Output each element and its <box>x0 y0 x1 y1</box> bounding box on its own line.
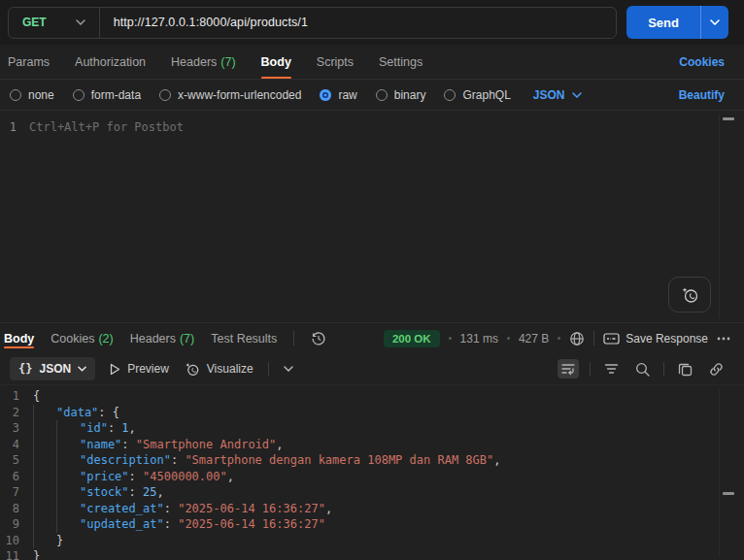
visualize-button[interactable]: Visualize <box>184 362 254 377</box>
beautify-button[interactable]: Beautify <box>679 88 725 102</box>
chevron-down-icon <box>572 92 582 98</box>
indent-guide <box>33 437 56 453</box>
indent-guide <box>33 533 56 549</box>
divider <box>293 331 294 346</box>
request-body-editor[interactable]: 1 Ctrl+Alt+P for Postbot <box>0 110 744 322</box>
response-code-lines: 1{2"data": {3"id": 1,4"name": "Smartphon… <box>0 388 744 560</box>
tab-body[interactable]: Body <box>261 45 291 79</box>
code-line-content: "created_at": "2025-06-14 16:36:27", <box>33 501 332 517</box>
postbot-icon <box>184 362 200 377</box>
response-time[interactable]: 131 ms <box>460 332 498 346</box>
code-line-content: } <box>33 533 63 549</box>
response-scroll-handle[interactable] <box>723 492 734 495</box>
code-line-content: "updated_at": "2025-06-14 16:36:27" <box>33 516 325 533</box>
editor-scroll-handle[interactable] <box>723 117 734 120</box>
divider <box>663 362 664 377</box>
send-button[interactable]: Send <box>626 6 700 39</box>
indent-guide <box>33 484 56 501</box>
dot-separator <box>558 337 560 340</box>
response-tab-body[interactable]: Body <box>4 323 34 353</box>
response-body-viewer[interactable]: 1{2"data": {3"id": 1,4"name": "Smartphon… <box>0 384 744 560</box>
cookies-link[interactable]: Cookies <box>679 55 725 69</box>
code-line: 7"stock": 25, <box>0 484 744 501</box>
method-select[interactable]: GET <box>9 8 100 38</box>
tab-scripts[interactable]: Scripts <box>317 45 354 79</box>
send-split-button: Send <box>626 6 728 39</box>
link-icon <box>709 362 724 377</box>
filter-button[interactable] <box>601 360 622 378</box>
json-braces-icon: {} <box>18 362 32 376</box>
body-mode-graphql[interactable]: GraphQL <box>444 88 510 102</box>
divider <box>593 331 594 346</box>
link-button[interactable] <box>706 359 727 379</box>
indent-guide <box>33 501 56 517</box>
body-mode-binary[interactable]: binary <box>376 88 426 102</box>
more-options-button[interactable] <box>717 337 730 341</box>
body-mode-raw[interactable]: raw <box>320 88 356 102</box>
indent-guide <box>56 501 80 517</box>
wrap-lines-button[interactable] <box>558 359 579 379</box>
code-line: 10} <box>0 533 744 549</box>
method-label: GET <box>22 16 47 29</box>
chevron-down-icon <box>284 366 293 372</box>
tab-settings[interactable]: Settings <box>379 45 423 79</box>
tab-authorization[interactable]: Authorization <box>75 45 146 79</box>
code-line: 8"created_at": "2025-06-14 16:36:27", <box>0 501 744 517</box>
radio-icon <box>73 89 85 101</box>
response-size[interactable]: 427 B <box>519 332 549 346</box>
network-info-button[interactable] <box>569 331 585 346</box>
save-response-button[interactable]: Save Response <box>603 332 708 346</box>
body-mode-urlencoded[interactable]: x-www-form-urlencoded <box>159 88 301 102</box>
send-options-button[interactable] <box>700 6 728 39</box>
request-bar: GET http://127.0.0.1:8000/api/products/1… <box>0 0 744 45</box>
play-icon <box>110 363 120 376</box>
wrap-text-icon <box>560 362 576 376</box>
response-tab-cookies[interactable]: Cookies (2) <box>51 323 113 353</box>
view-mode-dropdown[interactable] <box>284 366 293 372</box>
code-line: 5"description": "Smartphone dengan kamer… <box>0 452 744 469</box>
response-tab-test-results[interactable]: Test Results <box>211 323 277 353</box>
code-line-content: "data": { <box>33 405 119 421</box>
code-line-content: "name": "Smartphone Android", <box>33 437 284 453</box>
raw-language-select[interactable]: JSON <box>533 88 582 102</box>
code-line-number: 10 <box>0 533 33 549</box>
code-line-number: 1 <box>0 388 33 405</box>
preview-button[interactable]: Preview <box>110 362 169 376</box>
save-response-icon <box>603 332 620 346</box>
globe-icon <box>569 331 585 346</box>
code-line-number: 8 <box>0 501 33 517</box>
editor-placeholder: Ctrl+Alt+P for Postbot <box>29 119 184 135</box>
indent-guide <box>56 420 80 437</box>
copy-button[interactable] <box>675 359 695 379</box>
tab-params[interactable]: Params <box>8 45 50 79</box>
tab-headers[interactable]: Headers (7) <box>171 45 236 79</box>
response-history-button[interactable] <box>311 331 326 346</box>
editor-line: 1 Ctrl+Alt+P for Postbot <box>0 111 744 135</box>
radio-selected-icon <box>320 89 331 101</box>
url-input[interactable]: http://127.0.0.1:8000/api/products/1 <box>100 16 321 29</box>
editor-scrollbar[interactable] <box>719 115 734 318</box>
status-badge[interactable]: 200 OK <box>384 330 440 347</box>
url-input-group: GET http://127.0.0.1:8000/api/products/1 <box>8 7 617 39</box>
headers-count-badge: (7) <box>220 55 235 69</box>
response-scrollbar[interactable] <box>719 389 734 556</box>
search-button[interactable] <box>632 359 653 379</box>
body-mode-none[interactable]: none <box>10 88 54 102</box>
postbot-button[interactable] <box>668 277 711 313</box>
indent-guide <box>33 469 56 485</box>
code-line: 2"data": { <box>0 405 744 421</box>
dot-separator <box>449 337 452 340</box>
response-tab-headers[interactable]: Headers (7) <box>130 323 195 353</box>
body-mode-form-data[interactable]: form-data <box>73 88 141 102</box>
indent-guide <box>33 516 56 533</box>
code-line: 11} <box>0 548 744 560</box>
code-line-number: 7 <box>0 484 33 501</box>
request-tabs: Params Authorization Headers (7) Body Sc… <box>0 45 744 80</box>
code-line-number: 6 <box>0 469 33 485</box>
code-line-content: "price": "4500000.00", <box>33 469 234 485</box>
ellipsis-icon <box>717 337 730 341</box>
code-line: 9"updated_at": "2025-06-14 16:36:27" <box>0 516 744 533</box>
format-select[interactable]: {} JSON <box>10 357 95 380</box>
response-headers-count-badge: (7) <box>180 332 194 346</box>
response-view-toolbar: {} JSON Preview Visualize <box>0 353 744 384</box>
